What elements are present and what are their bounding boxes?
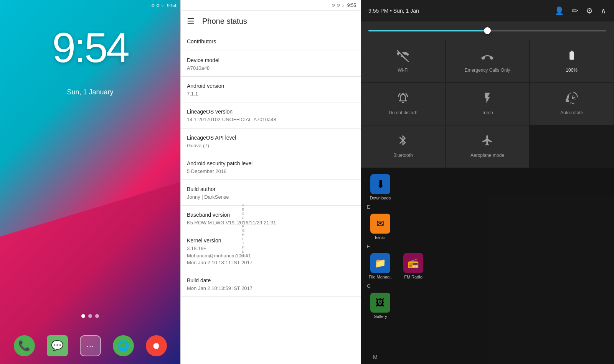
qs-tile-airplane[interactable]: Aeroplane mode	[446, 125, 530, 168]
gallery-icon: 🖼	[370, 293, 390, 313]
ps-alarm-icon: ○	[342, 3, 344, 8]
qs-datetime: 9:55 PM • Sun, 1 Jan	[368, 8, 419, 14]
build-author-value: Jonny | DarkSense	[187, 194, 355, 201]
gallery-label: Gallery	[374, 314, 387, 319]
account-icon[interactable]: 👤	[555, 6, 564, 15]
kernel-label: Kernel version	[187, 237, 355, 244]
ps-signal-icon: ⊘	[332, 3, 335, 8]
api-level-label: LineageOS API level	[187, 135, 355, 141]
ps-time: 9:55	[347, 3, 356, 8]
drawer-row-gallery: 🖼 Gallery	[361, 290, 614, 321]
lockscreen: ⊘ ⊘ ○ 9:54 9:54 Sun, 1 January 📞 💬 ··· 🌐…	[0, 0, 180, 364]
qs-tile-bluetooth[interactable]: Bluetooth	[361, 125, 445, 168]
qs-tile-torch[interactable]: Torch	[446, 83, 530, 125]
drawer-letter-f: F	[361, 242, 614, 251]
fmradio-label: FM Radio	[404, 275, 423, 279]
android-version-value: 7.1.1	[187, 91, 355, 97]
bluetooth-icon	[397, 134, 409, 150]
section-build-date: Build date Mon Jan 2 10:13:59 IST 2017	[181, 271, 361, 297]
qs-tiles-grid: Wi-Fi Emergency Calls Only 100%	[361, 40, 614, 168]
android-version-label: Android version	[187, 83, 355, 89]
torch-tile-label: Torch	[482, 110, 493, 116]
settings-icon[interactable]: ⚙	[586, 6, 593, 15]
device-model-value: A7010a48	[187, 65, 355, 72]
dock-browser-button[interactable]: 🌐	[113, 335, 134, 356]
section-baseband: Baseband version K5.ROW.M.LWG.V19, 2016/…	[181, 206, 361, 231]
edit-icon[interactable]: ✏	[572, 6, 578, 15]
collapse-icon[interactable]: ∧	[601, 6, 606, 15]
drawer-letter-e: E	[361, 203, 614, 211]
phone-status-content: Contributors Device model A7010a48 Andro…	[181, 32, 361, 364]
baseband-label: Baseband version	[187, 212, 355, 218]
lockscreen-statusbar: ⊘ ⊘ ○ 9:54	[0, 0, 180, 11]
section-build-author: Build author Jonny | DarkSense	[181, 180, 361, 206]
section-api-level: LineageOS API level Guava (7)	[181, 128, 361, 154]
quick-settings-panel: 9:55 PM • Sun, 1 Jan 👤 ✏ ⚙ ∧ Wi-Fi	[361, 0, 614, 364]
filemanager-label: File Manag..	[369, 275, 392, 279]
qs-tile-autorotate[interactable]: Auto-rotate	[530, 83, 614, 125]
ps-status-icons: ⊘ ⊘ ○ 9:55	[332, 3, 356, 8]
filemanager-icon: 📁	[370, 253, 390, 273]
lockscreen-date: Sun, 1 January	[0, 88, 180, 96]
drawer-app-fmradio[interactable]: 📻 FM Radio	[400, 253, 427, 279]
page-dot-3	[95, 314, 99, 318]
downloads-label: Downloads	[370, 196, 391, 200]
menu-icon[interactable]: ☰	[187, 16, 195, 26]
downloads-icon: ⬇	[370, 174, 390, 194]
email-label: Email	[375, 235, 386, 240]
lineageos-version-value: 14.1-20170102-UNOFFICIAL-A7010a48	[187, 116, 355, 123]
ls-alarm-icon: ○	[161, 3, 164, 8]
torch-icon	[481, 92, 494, 107]
dock-apps-button[interactable]: ···	[80, 335, 101, 356]
lineageos-version-label: LineageOS version	[187, 109, 355, 115]
dock-record-button[interactable]: ⏺	[146, 335, 167, 356]
emergency-tile-label: Emergency Calls Only	[465, 68, 510, 74]
ls-signal2-icon: ⊘	[156, 3, 160, 8]
qs-tile-battery[interactable]: 100%	[530, 40, 614, 82]
brightness-bar[interactable]	[368, 30, 606, 31]
email-icon: ✉	[370, 214, 390, 234]
drawer-app-downloads[interactable]: ⬇ Downloads	[367, 174, 394, 200]
dock-phone-button[interactable]: 📞	[14, 335, 35, 356]
drawer-current-letter: M	[373, 354, 378, 360]
dnd-tile-label: Do not disturb	[389, 110, 418, 116]
ps-signal2-icon: ⊘	[337, 3, 340, 8]
security-patch-value: 5 December 2016	[187, 168, 355, 175]
battery-tile-label: 100%	[566, 68, 578, 74]
api-level-value: Guava (7)	[187, 142, 355, 149]
qs-tile-emergency[interactable]: Emergency Calls Only	[446, 40, 530, 82]
wifi-tile-label: Wi-Fi	[398, 68, 408, 74]
bluetooth-tile-label: Bluetooth	[393, 153, 413, 159]
fmradio-icon: 📻	[403, 253, 423, 273]
phone-status-toolbar: ☰ Phone status	[181, 11, 361, 32]
drawer-row-downloads: ⬇ Downloads	[361, 172, 614, 203]
build-author-label: Build author	[187, 186, 355, 192]
qs-header: 9:55 PM • Sun, 1 Jan 👤 ✏ ⚙ ∧	[361, 0, 614, 21]
page-title: Phone status	[202, 17, 247, 26]
brightness-thumb[interactable]	[484, 27, 491, 34]
drawer-app-gallery[interactable]: 🖼 Gallery	[367, 293, 394, 319]
wifi-off-icon	[397, 49, 409, 64]
dock-messaging-button[interactable]: 💬	[47, 335, 68, 356]
airplane-icon	[481, 134, 494, 150]
baseband-value: K5.ROW.M.LWG.V19, 2016/11/29 21:31	[187, 219, 355, 226]
lockscreen-time: 9:54	[0, 23, 180, 72]
qs-tile-dnd[interactable]: Do not disturb	[361, 83, 445, 125]
brightness-control[interactable]	[361, 21, 614, 40]
call-off-icon	[481, 49, 494, 64]
drawer-app-email[interactable]: ✉ Email	[367, 214, 394, 240]
section-kernel: Kernel version 3.18.19+ Mohancm@mohancm1…	[181, 231, 361, 271]
phone-status-statusbar: ⊘ ⊘ ○ 9:55	[181, 0, 361, 11]
page-dot-2	[88, 314, 92, 318]
qs-header-actions: 👤 ✏ ⚙ ∧	[555, 6, 606, 15]
drawer-row-f: 📁 File Manag.. 📻 FM Radio	[361, 251, 614, 282]
brightness-fill	[368, 30, 487, 31]
drawer-app-filemanager[interactable]: 📁 File Manag..	[367, 253, 394, 279]
ls-status-icons: ⊘ ⊘ ○ 9:54	[151, 3, 177, 8]
lockscreen-dock: 📞 💬 ··· 🌐 ⏺	[0, 335, 180, 356]
security-patch-label: Android security patch level	[187, 160, 355, 166]
kernel-value: 3.18.19+ Mohancm@mohancm100 #1 Mon Jan 2…	[187, 245, 355, 266]
lockscreen-page-dots	[0, 314, 180, 318]
qs-tile-wifi[interactable]: Wi-Fi	[361, 40, 445, 82]
section-contributors: Contributors	[181, 32, 361, 51]
